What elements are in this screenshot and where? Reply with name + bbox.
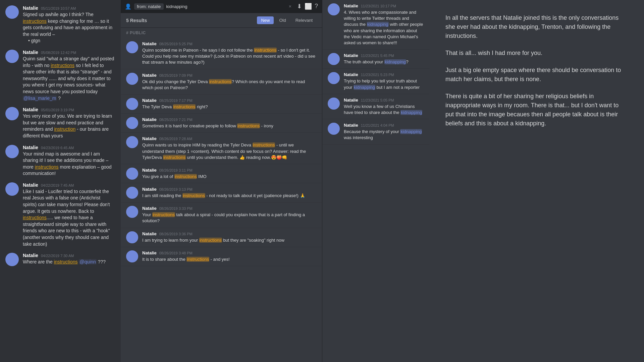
message-group: Natalie 05/08/2019 12:42 PM Quinn said "… [0,47,121,104]
results-count: 5 Results [126,18,147,23]
highlight: instruction [54,126,75,132]
left-message-panel: Natalie 05/11/2019 10:57 AM Signed up aw… [0,0,121,362]
keyword-highlight: instructions [199,238,222,243]
search-result: Natalie 11/23/2021 5:23 PM Trying to hel… [322,69,429,94]
result-username: Natalie [142,168,157,173]
highlight: instructions [54,259,78,264]
search-result: Natalie 08/26/2019 3:13 PM I am still re… [121,183,322,202]
result-username: Natalie [344,53,358,58]
result-text: Your instructions talk about a spiral - … [142,212,317,224]
message-group: Natalie 04/23/2019 6:45 AM Your mind map… [0,142,121,180]
highlight: instructions [23,18,47,24]
filter-relevant-button[interactable]: Relevant [291,16,317,24]
username: Natalie [23,50,38,55]
keyword-highlight: kidnapping [354,85,375,90]
avatar [5,107,19,120]
avatar [5,253,19,266]
result-time: 11/23/2021 5:05 PM [361,98,394,102]
bullet-text: • gtgn [28,38,115,44]
help-icon[interactable]: ? [315,3,318,10]
keyword-highlight: instructions [237,123,260,128]
timestamp: 04/23/2019 6:45 AM [41,146,74,150]
highlight: instructions [51,63,74,68]
result-text: You give a lot of instructions IMO [142,174,317,180]
avatar [5,5,19,19]
result-username: Natalie [142,98,157,103]
keyword-highlight: kidnapping [400,110,422,115]
result-text: I am trying to learn from your instructi… [142,237,317,243]
result-avatar [126,98,138,110]
download-icon[interactable]: ⬇ [297,3,302,10]
search-from-filter[interactable]: from: natalie [134,3,164,10]
avatar [5,145,19,158]
message-group: Natalie 04/22/2019 7:30 AM Where are the… [0,250,121,269]
result-avatar [328,53,340,65]
timestamp: 05/08/2019 12:42 PM [41,51,76,55]
message-text: Yes very nice of you. We are trying to l… [23,113,115,139]
search-result: Natalie 08/26/2019 3:36 PM I am trying t… [121,228,322,247]
timestamp: 04/22/2019 7:45 AM [41,183,74,187]
filter-new-button[interactable]: New [257,16,274,24]
search-result: Natalie 08/26/2019 3:11 PM You give a lo… [121,164,322,183]
search-results-list: Natalie 08/25/2019 5:25 PM Quinn scolded… [121,38,322,362]
result-text: Quinn wants us to inspire HIM by reading… [142,142,317,161]
result-username: Natalie [142,206,157,211]
result-avatar [126,168,138,180]
keyword-highlight: kidnapping [367,22,389,27]
message-group: Natalie 05/01/2019 3:19 PM Yes very nice… [0,104,121,142]
result-time: 08/26/2019 7:28 AM [159,137,192,141]
username: Natalie [23,182,38,188]
result-username: Natalie [344,123,358,128]
keyword-highlight: instructions [209,79,232,84]
result-time: 11/23/2021 10:17 PM [361,4,396,8]
avatar [5,50,19,63]
result-avatar [328,72,340,84]
result-text: Well you know a few of us Christians hav… [344,104,424,116]
avatar [5,182,19,196]
filter-old-button[interactable]: Old [275,16,290,24]
search-input[interactable] [166,4,286,9]
result-avatar [126,250,138,262]
keyword-highlight: kidnapping [400,129,422,134]
analysis-paragraph-1: In all the servers that Natalie joined t… [445,13,628,41]
result-time: 11/23/2021 5:23 PM [361,73,394,77]
keyword-highlight: instructions [173,104,196,109]
search-result: Natalie 08/25/2019 5:25 PM Quinn scolded… [121,38,322,69]
message-text: Quinn said "what a strange day" and post… [23,56,115,102]
result-text: 4. Wives who are compassionate and willi… [344,9,424,46]
timestamp: 04/22/2019 7:30 AM [41,254,74,258]
search-bar[interactable]: 👤 from: natalie × ⬇ ⬜ ? [121,0,322,13]
close-icon[interactable]: × [289,4,291,9]
search-result: Natalie 08/26/2019 7:28 AM Quinn wants u… [121,133,322,164]
screen-icon[interactable]: ⬜ [305,3,312,10]
search-actions: ⬇ ⬜ ? [297,3,318,10]
username: Natalie [23,107,38,112]
timestamp: 05/11/2019 10:57 AM [41,6,76,10]
result-avatar [126,206,138,218]
result-time: 08/25/2019 7:21 PM [159,118,193,122]
result-time: 08/25/2019 7:17 PM [159,99,193,103]
result-time: 08/25/2019 7:09 PM [159,73,193,77]
message-text: Where are the instructions @quinn ??? [23,259,115,265]
result-avatar [328,98,340,110]
result-avatar [328,123,340,135]
username: Natalie [23,5,38,11]
result-username: Natalie [344,72,358,77]
result-avatar [126,73,138,85]
message-group: Natalie 05/11/2019 10:57 AM Signed up aw… [0,3,121,47]
result-username: Natalie [142,73,157,78]
search-result: Natalie 08/26/2019 3:33 PM Your instruct… [121,202,322,228]
result-username: Natalie [142,136,157,141]
result-username: Natalie [344,98,358,103]
username: Natalie [23,253,38,258]
timestamp: 05/01/2019 3:19 PM [41,108,74,112]
result-username: Natalie [142,231,157,236]
result-avatar [126,117,138,129]
result-text: The truth about your kidnapping? [344,59,424,65]
result-time: 08/26/2019 3:48 PM [159,251,193,255]
result-time: 08/26/2019 3:33 PM [159,206,193,210]
keyword-highlight: instructions [163,155,186,160]
result-username: Natalie [344,3,358,8]
result-text: It is to share about the instructions - … [142,256,317,262]
keyword-highlight: kidnapping [384,59,406,64]
